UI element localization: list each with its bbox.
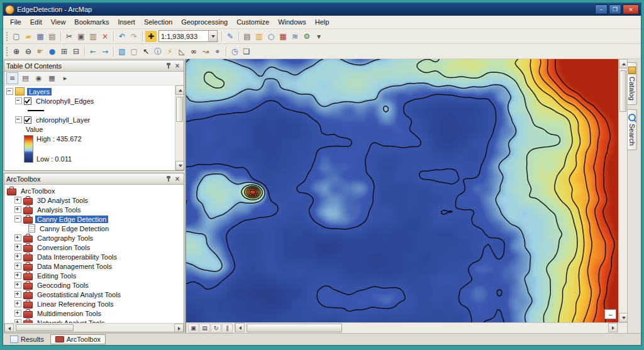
map-vertical-scrollbar[interactable] xyxy=(618,59,627,322)
toolbox-item[interactable]: Cartography Tools xyxy=(4,233,184,243)
list-by-visibility-icon[interactable]: ◉ xyxy=(33,72,45,84)
overview-inset-button[interactable]: – xyxy=(604,309,616,319)
menu-help[interactable]: Help xyxy=(311,17,334,27)
zoom-in-icon[interactable]: ⊕ xyxy=(11,46,22,57)
print-icon[interactable]: ▤ xyxy=(47,31,58,42)
toolbox-item[interactable]: Canny Edge Detection xyxy=(4,214,184,224)
expand-icon[interactable] xyxy=(14,234,21,241)
copy-icon[interactable]: ▣ xyxy=(75,31,87,42)
paste-icon[interactable]: ▥ xyxy=(87,31,99,42)
add-data-icon[interactable]: ✚ xyxy=(145,31,157,42)
menu-geoprocessing[interactable]: Geoprocessing xyxy=(177,17,232,27)
pan-icon[interactable]: ☛ xyxy=(35,46,46,57)
python-window-icon[interactable]: ≋ xyxy=(289,31,301,42)
toolbox-item[interactable]: Conversion Tools xyxy=(4,243,184,252)
toolbox-item[interactable]: Editing Tools xyxy=(4,271,184,280)
toolbox-item[interactable]: Multidimension Tools xyxy=(4,309,184,318)
undo-icon[interactable]: ↶ xyxy=(116,31,128,42)
toc-panel-header[interactable]: Table Of Contents × xyxy=(4,60,184,72)
toolbox-item[interactable]: Data Interoperability Tools xyxy=(4,252,184,261)
toolbox-item[interactable]: Linear Referencing Tools xyxy=(4,299,184,309)
map-scale-combo[interactable]: 1:1,938,933 xyxy=(158,30,218,42)
expand-icon[interactable] xyxy=(14,272,21,279)
expand-icon[interactable] xyxy=(14,319,21,323)
table-of-contents-window-icon[interactable]: ▤ xyxy=(242,31,253,42)
toolbar-options-icon[interactable]: ▾ xyxy=(313,31,325,42)
menu-view[interactable]: View xyxy=(47,17,70,27)
line-symbol[interactable] xyxy=(28,110,44,111)
list-by-source-icon[interactable]: ▤ xyxy=(19,72,31,84)
expand-icon[interactable] xyxy=(14,244,21,251)
find-icon[interactable]: ∞ xyxy=(188,46,199,57)
menu-selection[interactable]: Selection xyxy=(140,17,177,27)
list-by-selection-icon[interactable]: ▦ xyxy=(46,72,58,84)
scroll-thumb[interactable] xyxy=(176,97,183,122)
toolbox-item[interactable]: ArcToolbox xyxy=(4,186,184,195)
scroll-thumb[interactable] xyxy=(619,70,626,112)
minimize-button[interactable]: – xyxy=(595,4,608,14)
close-button[interactable]: × xyxy=(623,4,639,14)
toc-item-chlorophyll-layer[interactable]: chlorophyll_Layer xyxy=(4,115,175,124)
toolbox-item[interactable]: Canny Edge Detection xyxy=(4,224,184,233)
toc-close-icon[interactable]: × xyxy=(173,62,182,70)
back-extent-icon[interactable]: ← xyxy=(87,46,99,57)
expand-icon[interactable] xyxy=(14,253,21,260)
collapse-icon[interactable] xyxy=(6,88,13,95)
scroll-track[interactable] xyxy=(175,95,184,161)
arctoolbox-panel-header[interactable]: ArcToolbox × xyxy=(4,173,184,185)
data-view-icon[interactable]: ▣ xyxy=(188,324,199,333)
select-features-icon[interactable]: ▧ xyxy=(116,46,128,57)
expand-icon[interactable] xyxy=(14,206,21,213)
forward-extent-icon[interactable]: → xyxy=(99,46,111,57)
pin-icon[interactable] xyxy=(164,175,173,183)
title-bar[interactable]: EdgeDetection - ArcMap – ❐ × xyxy=(3,3,641,16)
tab-results[interactable]: Results xyxy=(5,334,49,344)
scroll-thumb[interactable] xyxy=(247,324,342,332)
measure-icon[interactable]: ◺ xyxy=(176,46,187,57)
save-icon[interactable]: ▦ xyxy=(35,31,46,42)
select-elements-icon[interactable]: ↖ xyxy=(140,46,152,57)
menu-windows[interactable]: Windows xyxy=(274,17,311,27)
map-horizontal-scrollbar[interactable] xyxy=(235,323,618,333)
expand-icon[interactable] xyxy=(14,291,21,298)
expand-icon[interactable] xyxy=(14,282,21,288)
scroll-left-button[interactable] xyxy=(4,324,14,332)
scroll-up-button[interactable] xyxy=(619,59,627,68)
find-route-icon[interactable]: ↝ xyxy=(200,46,211,57)
html-popup-icon[interactable]: ⚡ xyxy=(164,46,175,57)
maximize-button[interactable]: ❐ xyxy=(609,4,621,14)
scroll-thumb[interactable] xyxy=(16,324,74,331)
go-to-xy-icon[interactable]: ⌖ xyxy=(212,46,223,57)
scroll-left-button[interactable] xyxy=(235,323,245,332)
toolbar-grip[interactable] xyxy=(6,46,8,56)
collapse-icon[interactable] xyxy=(15,116,22,123)
scroll-up-button[interactable] xyxy=(175,85,184,95)
toolbox-item[interactable]: Data Management Tools xyxy=(4,261,184,271)
menu-insert[interactable]: Insert xyxy=(113,17,140,27)
toc-item-chlorophyll-edges[interactable]: Chlorophyll_Edges xyxy=(4,96,175,106)
chevron-down-icon[interactable] xyxy=(208,31,217,41)
toolbox-item[interactable]: Geostatistical Analyst Tools xyxy=(4,290,184,299)
tab-arctoolbox[interactable]: ArcToolbox xyxy=(50,334,106,344)
expand-icon[interactable] xyxy=(14,197,21,204)
delete-icon[interactable]: × xyxy=(99,31,111,42)
cut-icon[interactable]: ✂ xyxy=(64,31,75,42)
time-slider-icon[interactable]: ◷ xyxy=(229,46,240,57)
pause-drawing-icon[interactable]: ∥ xyxy=(222,324,233,333)
expand-icon[interactable] xyxy=(14,310,21,317)
layout-view-icon[interactable]: ▤ xyxy=(199,324,210,333)
scroll-down-button[interactable] xyxy=(175,161,184,170)
tab-catalog[interactable]: Catalog xyxy=(628,62,637,105)
new-map-icon[interactable]: ▢ xyxy=(11,31,22,42)
editor-toolbar-icon[interactable]: ✎ xyxy=(225,31,236,42)
redo-icon[interactable]: ↷ xyxy=(128,31,140,42)
scroll-track[interactable] xyxy=(14,324,174,332)
open-icon[interactable]: ▰ xyxy=(23,31,34,42)
clear-selection-icon[interactable]: ▢ xyxy=(128,46,140,57)
menu-customize[interactable]: Customize xyxy=(232,17,274,27)
list-by-drawing-order-icon[interactable]: ≡ xyxy=(6,72,18,84)
catalog-window-icon[interactable]: ▥ xyxy=(253,31,265,42)
toc-options-icon[interactable]: ▸ xyxy=(59,72,71,84)
toolbox-item[interactable]: Geocoding Tools xyxy=(4,280,184,290)
toolbar-grip[interactable] xyxy=(6,31,8,41)
